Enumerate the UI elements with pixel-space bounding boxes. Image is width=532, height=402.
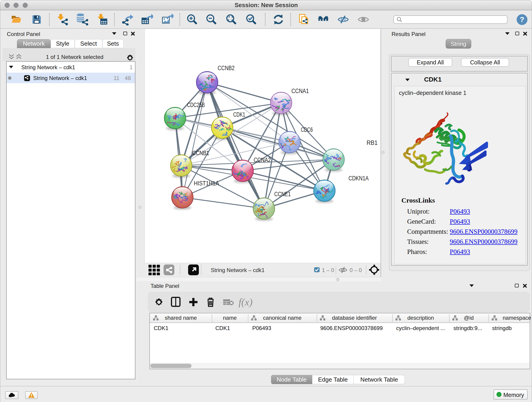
svg-text:CDKN1A: CDKN1A	[348, 175, 369, 182]
svg-text:HIST1H1A: HIST1H1A	[194, 180, 219, 187]
svg-text:CCNB1: CCNB1	[192, 150, 209, 157]
svg-text:CDC6: CDC6	[301, 126, 313, 133]
svg-text:CDK1: CDK1	[233, 111, 245, 118]
svg-text:CCNE1: CCNE1	[274, 191, 291, 198]
svg-text:CCNB2: CCNB2	[218, 65, 234, 71]
svg-text:CCNA2: CCNA2	[254, 157, 271, 163]
svg-text:CDC25B: CDC25B	[187, 102, 205, 108]
svg-text:CCNA1: CCNA1	[291, 88, 309, 95]
svg-text:RB1: RB1	[367, 139, 378, 146]
